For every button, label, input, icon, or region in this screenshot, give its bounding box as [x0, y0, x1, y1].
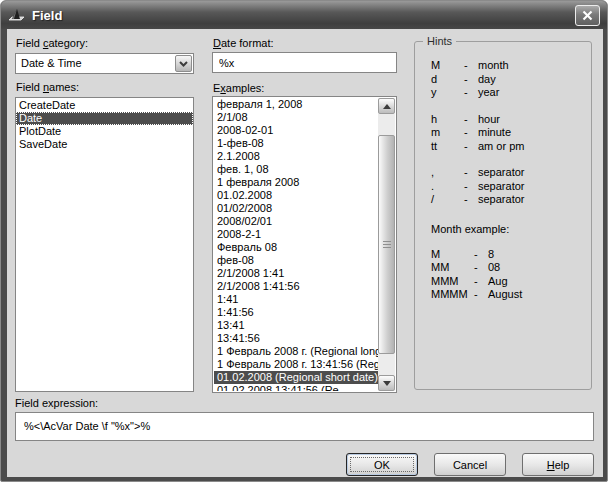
cancel-button-label: Cancel: [453, 459, 487, 471]
window-title: Field: [32, 8, 62, 23]
hints-date-group: M-month d-day y-year: [431, 59, 585, 100]
date-format-label: Date format:: [213, 37, 274, 49]
hint-row: /-separator: [431, 193, 585, 207]
list-item[interactable]: фев. 1, 08: [214, 163, 378, 176]
hints-title: Hints: [423, 35, 456, 47]
hints-body: M-month d-day y-year h-hour m-minute tt-…: [415, 42, 591, 302]
ok-button[interactable]: OK: [346, 453, 418, 476]
list-item[interactable]: 1-фев-08: [214, 137, 378, 150]
field-expression-label: Field expression:: [15, 397, 98, 409]
hint-row: M-month: [431, 59, 585, 73]
list-item[interactable]: CreateDate: [16, 99, 193, 112]
examples-rows: февраля 1, 2008 2/1/08 2008-02-01 1-фев-…: [214, 98, 378, 391]
list-item[interactable]: 1:41: [214, 293, 378, 306]
close-icon: [582, 10, 593, 21]
hint-row: h-hour: [431, 113, 585, 127]
date-format-input[interactable]: [212, 52, 397, 73]
field-category-value: Date & Time: [21, 57, 82, 69]
list-item[interactable]: Февраль 08: [214, 241, 378, 254]
list-item[interactable]: 01.02.2008: [214, 189, 378, 202]
list-item[interactable]: PlotDate: [16, 125, 193, 138]
hints-time-group: h-hour m-minute tt-am or pm: [431, 113, 585, 154]
field-names-list[interactable]: CreateDate Date PlotDate SaveDate: [15, 97, 194, 392]
scroll-up-button[interactable]: [378, 98, 395, 114]
month-row: MMM-Aug: [431, 275, 585, 289]
hint-row: ,-separator: [431, 166, 585, 180]
hint-row: y-year: [431, 86, 585, 100]
list-item-selected[interactable]: Date: [16, 112, 193, 125]
month-example-rows: M-8 MM-08 MMM-Aug MMMM-August: [431, 248, 585, 302]
examples-label: Examples:: [213, 82, 264, 94]
chevron-down-icon: [179, 61, 188, 67]
help-button-label: Help: [547, 459, 570, 471]
ok-button-label: OK: [374, 459, 390, 471]
list-item[interactable]: 1 Февраль 2008 г. 13:41:56 (Reg: [214, 358, 378, 371]
cancel-button[interactable]: Cancel: [434, 453, 506, 476]
list-item[interactable]: 13:41: [214, 319, 378, 332]
scrollbar-thumb[interactable]: [378, 135, 395, 354]
field-category-label: Field category:: [16, 37, 88, 49]
field-dialog: Field Field category: Date & Time Field …: [0, 0, 608, 482]
field-category-select[interactable]: Date & Time: [15, 53, 194, 74]
field-expression-box[interactable]: %<\AcVar Date \f "%x">%: [15, 412, 594, 441]
list-item[interactable]: 2/1/2008 1:41: [214, 267, 378, 280]
list-item[interactable]: 13:41:56: [214, 332, 378, 345]
list-item[interactable]: SaveDate: [16, 138, 193, 151]
hint-row: .-separator: [431, 180, 585, 194]
dialog-body: Field category: Date & Time Field names:…: [7, 29, 603, 477]
list-item[interactable]: февраля 1, 2008: [214, 98, 378, 111]
field-names-label: Field names:: [16, 81, 79, 93]
close-button[interactable]: [575, 5, 600, 26]
examples-scrollbar[interactable]: [378, 98, 395, 391]
list-item[interactable]: 2008-2-1: [214, 228, 378, 241]
examples-list[interactable]: февраля 1, 2008 2/1/08 2008-02-01 1-фев-…: [212, 96, 397, 393]
list-item-selected[interactable]: 01.02.2008 (Regional short date): [214, 371, 378, 384]
field-category-dropdown-button[interactable]: [175, 55, 192, 72]
list-item[interactable]: 01/02/2008: [214, 202, 378, 215]
list-item[interactable]: 1 Февраль 2008 г. (Regional long: [214, 345, 378, 358]
scrollbar-grip-icon: [383, 241, 391, 249]
list-item[interactable]: 1 февраля 2008: [214, 176, 378, 189]
month-row: MMMM-August: [431, 288, 585, 302]
scroll-down-icon: [383, 381, 391, 386]
help-button[interactable]: Help: [522, 453, 594, 476]
list-item[interactable]: 2008-02-01: [214, 124, 378, 137]
scroll-down-button[interactable]: [378, 375, 395, 391]
list-item[interactable]: 2/1/08: [214, 111, 378, 124]
scroll-up-icon: [383, 104, 391, 109]
hint-row: d-day: [431, 73, 585, 87]
list-item[interactable]: 2/1/2008 1:41:56: [214, 280, 378, 293]
month-row: M-8: [431, 248, 585, 262]
list-item[interactable]: 2.1.2008: [214, 150, 378, 163]
hints-separator-group: ,-separator .-separator /-separator: [431, 166, 585, 207]
list-item[interactable]: фев-08: [214, 254, 378, 267]
list-item[interactable]: 2008/02/01: [214, 215, 378, 228]
title-bar[interactable]: Field: [1, 1, 607, 29]
month-example-title: Month example:: [431, 223, 585, 235]
hint-row: tt-am or pm: [431, 140, 585, 154]
list-item[interactable]: 1:41:56: [214, 306, 378, 319]
hints-groupbox: Hints M-month d-day y-year h-hour m-minu…: [414, 41, 592, 390]
list-item[interactable]: 01.02.2008 13:41:56 (Re: [214, 384, 378, 391]
hint-row: m-minute: [431, 126, 585, 140]
month-row: MM-08: [431, 261, 585, 275]
field-dialog-icon: [8, 7, 26, 23]
